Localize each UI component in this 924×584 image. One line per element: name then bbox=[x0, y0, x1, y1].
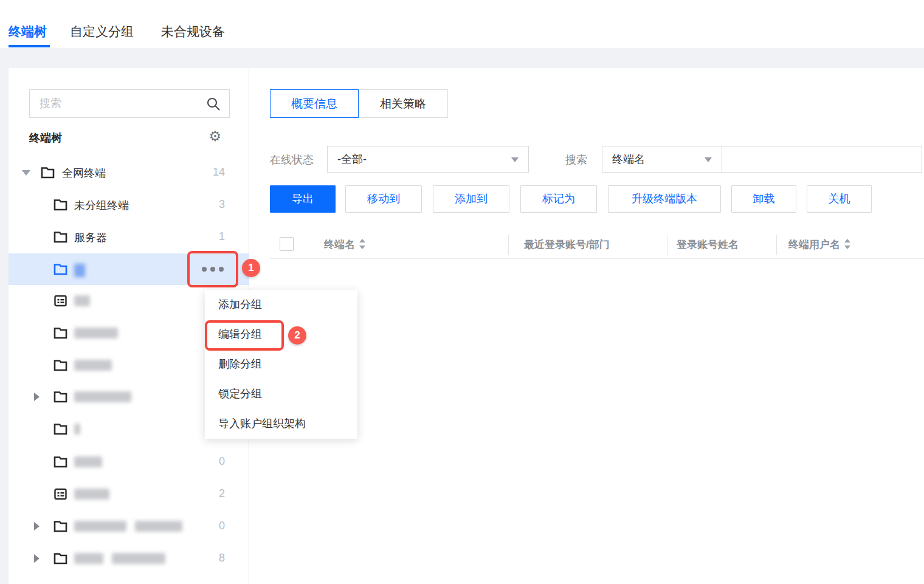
uninstall-button[interactable]: 卸载 bbox=[731, 185, 796, 213]
gear-icon[interactable]: ⚙ bbox=[209, 129, 221, 143]
online-status-label: 在线状态 bbox=[270, 153, 314, 167]
redacted-label bbox=[74, 295, 90, 306]
redacted-label bbox=[74, 264, 85, 277]
column-terminal-name[interactable]: 终端名 bbox=[324, 238, 366, 252]
column-divider bbox=[776, 235, 777, 255]
tree-item-label: 全网终端 bbox=[62, 166, 106, 180]
dot bbox=[210, 267, 215, 272]
redacted-label bbox=[74, 521, 182, 532]
sort-icon[interactable] bbox=[359, 239, 366, 249]
item-count: 2 bbox=[201, 487, 225, 500]
tree-item-label: 服务器 bbox=[74, 230, 107, 245]
folder-icon bbox=[53, 551, 68, 566]
folder-icon bbox=[53, 358, 68, 373]
menu-item-edit-group[interactable]: 编辑分组 bbox=[205, 320, 357, 349]
export-button[interactable]: 导出 bbox=[270, 185, 336, 213]
group-context-menu: 添加分组 编辑分组 删除分组 锁定分组 导入账户组织架构 bbox=[205, 290, 357, 439]
folder-icon bbox=[53, 198, 68, 212]
menu-item-delete-group[interactable]: 删除分组 bbox=[205, 349, 357, 379]
folder-icon bbox=[40, 165, 55, 180]
redacted-label bbox=[74, 391, 131, 402]
add-to-button[interactable]: 添加到 bbox=[433, 185, 509, 213]
upgrade-version-button[interactable]: 升级终端版本 bbox=[608, 185, 721, 213]
search-icon[interactable] bbox=[206, 97, 221, 111]
item-count: 1 bbox=[201, 230, 225, 243]
move-to-button[interactable]: 移动到 bbox=[345, 185, 422, 213]
table-header-border bbox=[270, 258, 924, 259]
column-label: 终端名 bbox=[324, 239, 355, 250]
redacted-label bbox=[74, 360, 112, 371]
caret-right-icon[interactable] bbox=[34, 554, 40, 563]
chevron-down-icon bbox=[705, 157, 712, 162]
chevron-down-icon bbox=[511, 157, 519, 162]
tree-item-servers[interactable]: 服务器 1 bbox=[9, 221, 249, 253]
shutdown-button[interactable]: 关机 bbox=[807, 185, 872, 213]
tab-noncompliant-devices[interactable]: 未合规设备 bbox=[161, 23, 225, 40]
more-actions-button[interactable] bbox=[187, 251, 238, 287]
dot bbox=[202, 267, 207, 272]
tree-item-ungrouped[interactable]: 未分组终端 3 bbox=[9, 189, 249, 221]
tree-item[interactable]: 0 bbox=[9, 510, 249, 542]
search-field-value: 终端名 bbox=[612, 153, 645, 165]
online-status-select[interactable]: -全部- bbox=[327, 146, 529, 173]
endpoint-management-screen: 终端树 自定义分组 未合规设备 终端树 ⚙ 全网终端 14 未分组终端 bbox=[0, 0, 924, 584]
menu-item-lock-group[interactable]: 锁定分组 bbox=[205, 379, 357, 409]
tree-search-box bbox=[29, 89, 230, 118]
left-gutter bbox=[0, 68, 9, 584]
folder-icon bbox=[53, 230, 68, 244]
caret-right-icon[interactable] bbox=[34, 393, 40, 401]
menu-item-add-group[interactable]: 添加分组 bbox=[205, 290, 357, 320]
page-tab-bar: 终端树 自定义分组 未合规设备 bbox=[0, 0, 924, 48]
online-status-value: -全部- bbox=[337, 153, 367, 165]
select-all-checkbox[interactable] bbox=[280, 237, 294, 251]
caret-down-icon[interactable] bbox=[22, 170, 30, 176]
search-field-select[interactable]: 终端名 bbox=[602, 146, 722, 173]
tree-item[interactable]: 0 bbox=[9, 446, 249, 478]
tree-header: 终端树 ⚙ bbox=[29, 131, 230, 146]
tab-summary-info[interactable]: 概要信息 bbox=[270, 89, 359, 118]
folder-icon bbox=[53, 455, 68, 469]
folder-icon bbox=[53, 326, 68, 340]
redacted-label bbox=[74, 553, 165, 564]
item-count: 14 bbox=[201, 166, 225, 179]
item-count: 0 bbox=[201, 520, 225, 532]
terminal-search-input[interactable] bbox=[722, 146, 922, 173]
redacted-label bbox=[74, 424, 80, 435]
column-divider bbox=[508, 235, 509, 255]
item-count: 3 bbox=[201, 198, 225, 211]
tree-search-input[interactable] bbox=[40, 91, 204, 117]
column-divider bbox=[667, 235, 667, 255]
column-label: 终端用户名 bbox=[788, 239, 840, 250]
sort-icon[interactable] bbox=[844, 239, 851, 249]
active-tab-underline bbox=[9, 45, 50, 47]
redacted-label bbox=[74, 456, 102, 467]
folder-icon bbox=[53, 390, 68, 404]
annotation-badge-2: 2 bbox=[288, 326, 306, 345]
column-terminal-user[interactable]: 终端用户名 bbox=[788, 238, 851, 252]
group-doc-icon bbox=[53, 294, 68, 308]
folder-icon bbox=[53, 422, 68, 436]
tree-item[interactable]: 8 bbox=[9, 543, 249, 574]
group-doc-icon bbox=[53, 487, 68, 501]
redacted-label bbox=[74, 489, 109, 500]
tree-title: 终端树 bbox=[29, 132, 62, 144]
mark-as-button[interactable]: 标记为 bbox=[520, 185, 597, 213]
tree-item-label: 未分组终端 bbox=[74, 198, 129, 213]
folder-icon bbox=[53, 262, 68, 277]
tab-custom-groups[interactable]: 自定义分组 bbox=[70, 23, 134, 40]
column-recent-account: 最近登录账号/部门 bbox=[524, 238, 610, 252]
tree-item[interactable]: 2 bbox=[9, 478, 249, 510]
search-label: 搜索 bbox=[565, 153, 587, 167]
column-label: 最近登录账号/部门 bbox=[524, 239, 610, 250]
page-background-band bbox=[0, 48, 924, 68]
annotation-badge-1: 1 bbox=[242, 259, 260, 277]
tab-related-policies[interactable]: 相关策略 bbox=[358, 89, 448, 118]
caret-right-icon[interactable] bbox=[34, 522, 40, 531]
redacted-label bbox=[74, 328, 118, 338]
item-count: 0 bbox=[201, 455, 225, 468]
menu-item-import-org[interactable]: 导入账户组织架构 bbox=[205, 409, 357, 439]
tree-item-all-terminals[interactable]: 全网终端 14 bbox=[9, 157, 249, 188]
item-count: 8 bbox=[201, 552, 225, 565]
tab-terminal-tree[interactable]: 终端树 bbox=[9, 23, 47, 40]
dot bbox=[219, 267, 224, 272]
